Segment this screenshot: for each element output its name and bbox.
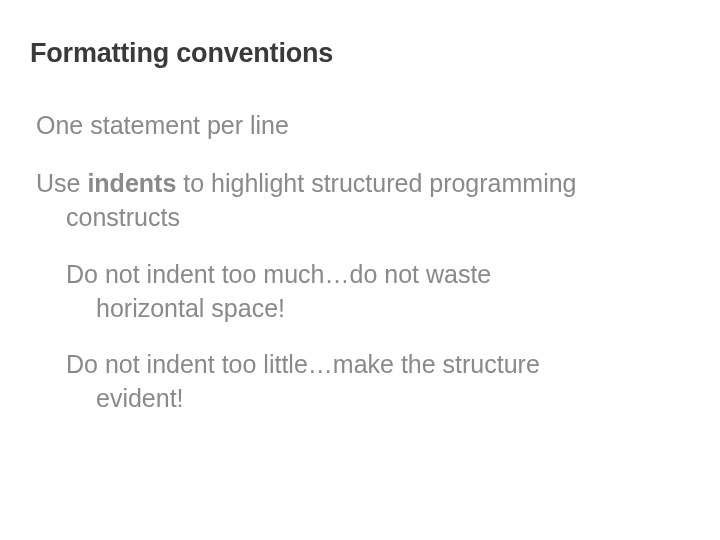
bullet-level-2: Do not indent too much…do not waste hori… bbox=[30, 258, 690, 326]
bullet-continuation: horizontal space! bbox=[66, 292, 690, 326]
bullet-text-post: to highlight structured programming bbox=[176, 169, 576, 197]
bullet-text-pre: Use bbox=[36, 169, 87, 197]
bullet-text: Do not indent too little…make the struct… bbox=[66, 350, 540, 378]
bullet-continuation: constructs bbox=[36, 201, 690, 235]
bullet-continuation: evident! bbox=[66, 382, 690, 416]
bullet-level-1: One statement per line bbox=[30, 109, 690, 143]
bullet-level-1: Use indents to highlight structured prog… bbox=[30, 167, 690, 235]
bullet-text-bold: indents bbox=[87, 169, 176, 197]
slide-title: Formatting conventions bbox=[30, 38, 690, 69]
bullet-text: Do not indent too much…do not waste bbox=[66, 260, 491, 288]
bullet-text: One statement per line bbox=[36, 111, 289, 139]
bullet-level-2: Do not indent too little…make the struct… bbox=[30, 348, 690, 416]
